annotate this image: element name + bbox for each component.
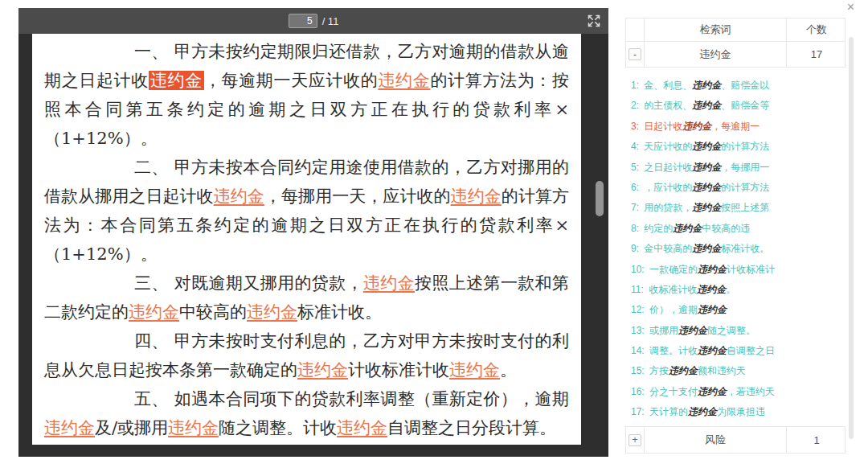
result-context-pre: 日起计收 [644, 121, 682, 132]
risk-term-value[interactable]: 风险 [644, 427, 786, 453]
collapse-term-button[interactable]: - [628, 48, 641, 60]
result-context-post: 中较高的违 [702, 223, 750, 234]
result-context-pre: 天计算的 [649, 406, 688, 417]
result-context-pre: 方按 [649, 365, 669, 376]
result-keyword: 违约金 [698, 304, 727, 315]
search-results-list: 1: 金、利息、违约金、赔偿金以 2: 的主债权、违约金、赔偿金等 3: 日起计… [631, 76, 836, 423]
header-term-label: 检索词 [644, 18, 786, 41]
result-context-post: 、赔偿金以 [721, 80, 769, 91]
close-icon[interactable]: × [847, 0, 854, 14]
result-context-pre: ，应计收的 [644, 182, 692, 193]
result-context-pre: 用的贷款， [644, 202, 692, 213]
risk-term-count: 1 [786, 427, 846, 453]
paragraph-text: ，每挪用一天，应计收的 [264, 187, 451, 206]
contract-paragraph-2: 二、 甲方未按本合同约定用途使用借款的，乙方对挪用的借款从挪用之日起计收违约金，… [44, 153, 569, 269]
result-keyword: 违约金 [698, 386, 727, 397]
search-result-item[interactable]: 6: ，应计收的违约金的计算方法 [631, 178, 836, 198]
contract-paragraph-1: 一、 甲方未按约定期限归还借款，乙方对逾期的借款从逾期之日起计收违约金，每逾期一… [44, 37, 569, 153]
result-keyword: 违约金 [678, 325, 707, 336]
paragraph-text: 随之调整。计收 [219, 418, 337, 437]
search-result-item[interactable]: 1: 金、利息、违约金、赔偿金以 [631, 76, 836, 96]
search-result-item[interactable]: 16: 分之十支付违约金，若违约天 [631, 382, 836, 402]
search-result-item[interactable]: 14: 调整。计收违约金自调整之日 [631, 341, 836, 361]
viewer-scrollbar-thumb[interactable] [596, 181, 604, 216]
result-context-pre: 约定的 [644, 223, 673, 234]
fullscreen-icon[interactable] [587, 14, 601, 28]
search-result-item[interactable]: 5: 之日起计收违约金，每挪用一 [631, 158, 836, 178]
search-hit: 违约金 [451, 187, 502, 206]
search-result-item[interactable]: 4: 天应计收的违约金的计算方法 [631, 137, 836, 157]
panel-scrollbar[interactable] [849, 37, 854, 439]
result-number: 11: [631, 284, 646, 295]
search-result-item[interactable]: 8: 约定的违约金中较高的违 [631, 219, 836, 239]
result-context-pre: 的主债权、 [644, 100, 692, 111]
result-context-pre: 之日起计收 [644, 162, 692, 173]
result-keyword: 违约金 [669, 365, 698, 376]
page-number-input[interactable] [289, 14, 317, 28]
search-term-row: - 违约金 17 [626, 41, 845, 67]
document-page[interactable]: 一、 甲方未按约定期限归还借款，乙方对逾期的借款从逾期之日起计收违约金，每逾期一… [32, 34, 581, 445]
search-result-item[interactable]: 7: 用的贷款，违约金按照上述第 [631, 198, 836, 218]
search-hit: 违约金 [214, 187, 264, 206]
header-count-label: 个数 [786, 18, 846, 41]
paragraph-text: 。 [500, 360, 517, 380]
search-result-item[interactable]: 11: 收标准计收违约金。 [631, 280, 836, 300]
search-result-item[interactable]: 13: 或挪用违约金随之调整。 [631, 321, 836, 341]
result-keyword: 违约金 [697, 284, 726, 295]
result-context-post: ，每逾期一 [711, 121, 760, 132]
paragraph-text: 中较高的 [179, 302, 247, 322]
paragraph-text: 标准计收。 [297, 302, 382, 322]
paragraph-text: 三、 对既逾期又挪用的贷款， [134, 273, 363, 293]
search-hit: 违约金 [44, 418, 95, 437]
header-toggle-cell [626, 18, 644, 41]
result-number: 8: [631, 223, 641, 234]
search-hit: 违约金 [337, 418, 387, 437]
search-hit: 违约金 [129, 302, 179, 322]
search-hit: 违约金 [297, 360, 348, 380]
result-context-pre: 金中较高的 [644, 243, 692, 254]
search-result-item[interactable]: 2: 的主债权、违约金、赔偿金等 [631, 96, 836, 116]
search-result-item[interactable]: 17: 天计算的违约金为限承担违 [631, 402, 836, 422]
page-control: / 11 [289, 14, 339, 28]
document-viewer: / 11 一、 甲方未按约定期限归还借款，乙方对逾期的借款从逾期之日起计收违约金… [18, 8, 608, 457]
expand-risk-button[interactable]: + [628, 434, 641, 446]
result-context-pre: 分之十支付 [649, 386, 698, 397]
result-context-pre: 调整。计收 [649, 345, 698, 356]
search-panel: × 检索词 个数 - 违约金 17 1: 金、利息、违约金、赔偿金以 2: 的主… [615, 0, 856, 468]
result-keyword: 违约金 [682, 121, 711, 132]
result-keyword: 违约金 [673, 223, 702, 234]
result-number: 2: [631, 100, 641, 111]
search-result-item[interactable]: 3: 日起计收违约金，每逾期一 [631, 117, 836, 137]
result-keyword: 违约金 [688, 406, 717, 417]
result-context-pre: 金、利息、 [644, 80, 692, 91]
result-context-pre: 或挪用 [649, 325, 678, 336]
search-result-item[interactable]: 10: 一款确定的违约金计收标准计 [631, 260, 836, 280]
result-context-post: 额和违约天 [698, 365, 746, 376]
result-context-post: 、赔偿金等 [721, 100, 769, 111]
result-number: 1: [631, 80, 641, 91]
paragraph-text: 自调整之日分段计算。 [387, 418, 556, 437]
contract-paragraph-4: 四、 甲方未按时支付利息的，乙方对甲方未按时支付的利息从欠息日起按本条第一款确定… [44, 326, 569, 384]
paragraph-text: ，每逾期一天应计收的 [204, 71, 379, 90]
result-number: 17: [631, 406, 647, 417]
result-number: 10: [631, 264, 647, 275]
result-keyword: 违约金 [698, 264, 727, 275]
search-term-value[interactable]: 违约金 [644, 42, 786, 67]
result-context-post: 标准计收。 [721, 243, 769, 254]
result-context-post: 随之调整。 [707, 325, 755, 336]
result-number: 14: [631, 345, 647, 356]
search-term-count: 17 [786, 42, 846, 67]
search-result-item[interactable]: 9: 金中较高的违约金标准计收。 [631, 239, 836, 259]
search-result-item[interactable]: 15: 方按违约金额和违约天 [631, 361, 836, 381]
result-keyword: 违约金 [692, 80, 721, 91]
page-total-label: / 11 [322, 15, 339, 27]
result-context-pre: 收标准计收 [649, 284, 697, 295]
contract-paragraph-3: 三、 对既逾期又挪用的贷款，违约金按照上述第一款和第二款约定的违约金中较高的违约… [44, 269, 569, 326]
viewer-toolbar: / 11 [18, 8, 608, 34]
result-number: 5: [631, 162, 641, 173]
risk-term-table: + 风险 1 [625, 426, 845, 454]
result-number: 15: [631, 365, 647, 376]
search-term-table: 检索词 个数 - 违约金 17 [625, 18, 845, 68]
search-result-item[interactable]: 12: 价），逾期违约金 [631, 300, 836, 320]
search-hit: 违约金 [363, 273, 415, 293]
